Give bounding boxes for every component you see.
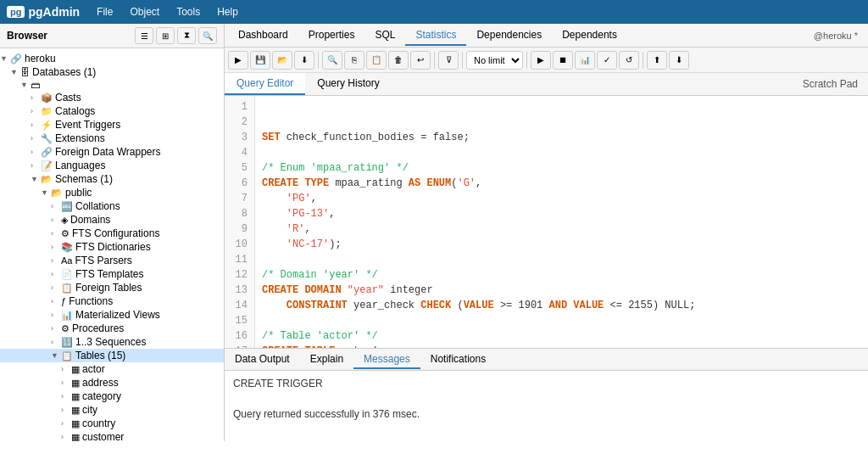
tree-item-mat-views[interactable]: ›📊Materialized Views [0, 308, 224, 322]
tree-item-databases[interactable]: ▼🗄Databases (1) [0, 65, 224, 79]
tab-properties[interactable]: Properties [298, 25, 365, 46]
tree-item-db1[interactable]: ▼🗃 [0, 79, 224, 91]
query-upload-btn[interactable]: ⬆ [647, 51, 667, 70]
tree-item-customer[interactable]: ›▦customer [0, 430, 224, 441]
tree-item-address[interactable]: ›▦address [0, 376, 224, 389]
query-commit-btn[interactable]: ✓ [597, 51, 617, 70]
tree-item-heroku[interactable]: ▼🔗heroku [0, 52, 224, 65]
tab-query-history[interactable]: Query History [305, 73, 391, 95]
menu-object[interactable]: Object [123, 4, 166, 20]
tree-item-category[interactable]: ›▦category [0, 389, 224, 403]
tab-sql[interactable]: SQL [364, 25, 405, 46]
tree-item-actor[interactable]: ›▦actor [0, 362, 224, 376]
query-filter-btn[interactable]: ⊽ [438, 51, 459, 70]
app-name: pgAdmin [28, 5, 80, 19]
browser-panel: Browser ☰ ⊞ ⧗ 🔍 ▼🔗heroku▼🗄Databases (1)▼… [0, 24, 225, 441]
query-run-btn[interactable]: ▶ [228, 51, 248, 70]
results-panel: Data Output Explain Messages Notificatio… [225, 348, 868, 441]
top-bar: pg pgAdmin File Object Tools Help [0, 0, 868, 24]
menu-tools[interactable]: Tools [170, 4, 207, 20]
results-content: CREATE TRIGGER Query returned successful… [225, 371, 868, 441]
tree-item-languages[interactable]: ›📝Languages [0, 159, 224, 172]
tree-item-tables[interactable]: ▼📋Tables (15) [0, 349, 224, 362]
tree-item-event-triggers[interactable]: ›⚡Event Triggers [0, 118, 224, 132]
tree-item-casts[interactable]: ›📦Casts [0, 91, 224, 104]
query-paste-btn[interactable]: 📋 [366, 51, 387, 70]
query-stop-btn[interactable]: ⏹ [553, 51, 573, 70]
tree-item-public[interactable]: ▼📂public [0, 186, 224, 199]
toolbar-separator-5 [643, 52, 643, 69]
result-message [233, 391, 860, 406]
query-toolbar: ▶ 💾 📂 ⬇ 🔍 ⎘ 📋 🗑 ↩ ⊽ No limit 100 500 ▶ ⏹… [225, 48, 868, 73]
tree-item-city[interactable]: ›▦city [0, 403, 224, 417]
toolbar-separator-3 [462, 52, 463, 69]
query-download2-btn[interactable]: ⬇ [669, 51, 689, 70]
tree-item-fts-templates[interactable]: ›📄FTS Templates [0, 267, 224, 281]
results-tabs: Data Output Explain Messages Notificatio… [225, 349, 868, 371]
pg-icon: pg [7, 6, 25, 18]
query-search-btn[interactable]: 🔍 [322, 51, 342, 70]
tree-item-foreign-data-wrappers[interactable]: ›🔗Foreign Data Wrappers [0, 145, 224, 159]
code-editor[interactable]: 12345678910111213141516171819202122 SET … [225, 96, 868, 348]
main-layout: Browser ☰ ⊞ ⧗ 🔍 ▼🔗heroku▼🗄Databases (1)▼… [0, 24, 868, 441]
query-clear-btn[interactable]: 🗑 [388, 51, 409, 70]
tree-item-catalogs[interactable]: ›📁Catalogs [0, 104, 224, 118]
tree-item-functions[interactable]: ›ƒFunctions [0, 294, 224, 308]
tree-item-sequences[interactable]: ›🔢1..3 Sequences [0, 335, 224, 349]
tab-notifications[interactable]: Notifications [420, 350, 496, 369]
tree-item-domains[interactable]: ›◈Domains [0, 213, 224, 227]
tab-dependents[interactable]: Dependents [552, 25, 627, 46]
query-open-btn[interactable]: 📂 [272, 51, 292, 70]
browser-tree: ▼🔗heroku▼🗄Databases (1)▼🗃›📦Casts›📁Catalo… [0, 48, 224, 441]
query-area: Query Editor Query History Scratch Pad 1… [225, 73, 868, 441]
tab-explain[interactable]: Explain [300, 350, 353, 369]
browser-search-btn[interactable]: 🔍 [198, 27, 217, 44]
tab-messages[interactable]: Messages [353, 350, 420, 369]
browser-title: Browser [7, 30, 47, 42]
tree-item-procedures[interactable]: ›⚙Procedures [0, 322, 224, 335]
line-numbers: 12345678910111213141516171819202122 [225, 96, 255, 348]
browser-grid-btn[interactable]: ⊞ [156, 27, 175, 44]
tree-item-fts-parsers[interactable]: ›AaFTS Parsers [0, 254, 224, 267]
menu-help[interactable]: Help [210, 4, 245, 20]
query-rollback-btn[interactable]: ↺ [619, 51, 639, 70]
tree-item-collations[interactable]: ›🔤Collations [0, 199, 224, 213]
tree-item-schemas[interactable]: ▼📂Schemas (1) [0, 172, 224, 186]
query-save-btn[interactable]: 💾 [250, 51, 270, 70]
tree-item-extensions[interactable]: ›🔧Extensions [0, 132, 224, 145]
toolbar-separator-4 [526, 52, 527, 69]
tree-item-country[interactable]: ›▦country [0, 417, 224, 430]
tree-item-foreign-tables[interactable]: ›📋Foreign Tables [0, 281, 224, 294]
tab-dependencies[interactable]: Dependencies [466, 25, 552, 46]
right-panel: Dashboard Properties SQL Statistics Depe… [225, 24, 868, 441]
tab-statistics[interactable]: Statistics [405, 25, 466, 46]
query-execute-btn[interactable]: ▶ [531, 51, 551, 70]
query-undo-btn[interactable]: ↩ [410, 51, 431, 70]
result-message: CREATE TRIGGER [233, 376, 860, 391]
code-content[interactable]: SET check_function_bodies = false; /* En… [255, 96, 868, 348]
scratch-pad-label: Scratch Pad [793, 74, 868, 94]
browser-header: Browser ☰ ⊞ ⧗ 🔍 [0, 24, 224, 48]
result-message: Query returned successfully in 376 msec. [233, 406, 860, 422]
limit-select[interactable]: No limit 100 500 [466, 51, 523, 70]
tab-data-output[interactable]: Data Output [225, 350, 300, 369]
browser-tools: ☰ ⊞ ⧗ 🔍 [135, 27, 217, 44]
query-explain-btn[interactable]: 📊 [575, 51, 595, 70]
app-logo: pg pgAdmin [7, 5, 80, 19]
menu-file[interactable]: File [90, 4, 120, 20]
server-label: @heroku * [807, 27, 865, 44]
browser-filter-btn[interactable]: ⧗ [177, 27, 196, 44]
query-copy-btn[interactable]: ⎘ [344, 51, 364, 70]
query-download-btn[interactable]: ⬇ [294, 51, 314, 70]
toolbar-separator-2 [434, 52, 435, 69]
toolbar-separator-1 [318, 52, 319, 69]
browser-list-btn[interactable]: ☰ [135, 27, 153, 44]
main-tabs-bar: Dashboard Properties SQL Statistics Depe… [225, 24, 868, 48]
tree-item-fts-dicts[interactable]: ›📚FTS Dictionaries [0, 240, 224, 254]
tree-item-fts-configs[interactable]: ›⚙FTS Configurations [0, 227, 224, 240]
tab-query-editor[interactable]: Query Editor [225, 73, 305, 95]
editor-tabs: Query Editor Query History Scratch Pad [225, 73, 868, 96]
tab-dashboard[interactable]: Dashboard [228, 25, 298, 46]
